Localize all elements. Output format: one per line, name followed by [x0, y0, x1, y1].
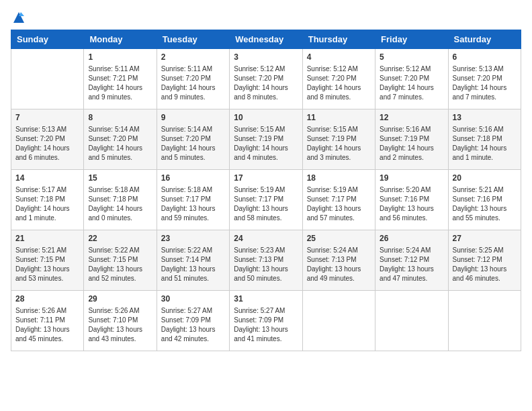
day-info: Sunrise: 5:25 AM Sunset: 7:12 PM Dayligh… — [453, 246, 517, 283]
day-info: Sunrise: 5:21 AM Sunset: 7:15 PM Dayligh… — [15, 246, 79, 283]
calendar-cell: 13Sunrise: 5:16 AM Sunset: 7:18 PM Dayli… — [448, 109, 521, 170]
day-number: 4 — [307, 52, 371, 63]
day-info: Sunrise: 5:18 AM Sunset: 7:17 PM Dayligh… — [161, 185, 225, 223]
calendar-cell: 25Sunrise: 5:24 AM Sunset: 7:13 PM Dayli… — [302, 230, 375, 291]
day-info: Sunrise: 5:12 AM Sunset: 7:20 PM Dayligh… — [307, 64, 371, 102]
calendar-cell: 12Sunrise: 5:16 AM Sunset: 7:19 PM Dayli… — [375, 109, 448, 170]
day-number: 14 — [15, 173, 79, 184]
calendar-cell: 8Sunrise: 5:14 AM Sunset: 7:20 PM Daylig… — [84, 109, 157, 170]
day-info: Sunrise: 5:24 AM Sunset: 7:12 PM Dayligh… — [380, 246, 443, 283]
day-info: Sunrise: 5:15 AM Sunset: 7:19 PM Dayligh… — [234, 125, 298, 163]
day-number: 6 — [453, 52, 517, 63]
day-number: 16 — [161, 173, 225, 184]
weekday-header-sunday: Sunday — [11, 30, 84, 49]
day-number: 15 — [88, 173, 152, 184]
day-number: 18 — [307, 173, 371, 184]
day-info: Sunrise: 5:21 AM Sunset: 7:16 PM Dayligh… — [453, 185, 517, 223]
calendar-cell: 30Sunrise: 5:27 AM Sunset: 7:09 PM Dayli… — [157, 291, 229, 351]
day-number: 10 — [234, 112, 298, 124]
calendar-cell: 9Sunrise: 5:14 AM Sunset: 7:20 PM Daylig… — [157, 109, 229, 170]
weekday-header-thursday: Thursday — [302, 30, 375, 49]
day-number: 12 — [380, 112, 443, 124]
day-info: Sunrise: 5:11 AM Sunset: 7:20 PM Dayligh… — [161, 64, 225, 102]
calendar-cell: 1Sunrise: 5:11 AM Sunset: 7:21 PM Daylig… — [84, 49, 157, 109]
calendar-cell: 18Sunrise: 5:19 AM Sunset: 7:17 PM Dayli… — [302, 170, 375, 230]
weekday-header-friday: Friday — [375, 30, 448, 49]
logo — [11, 11, 26, 24]
day-number: 8 — [88, 112, 152, 124]
day-info: Sunrise: 5:12 AM Sunset: 7:20 PM Dayligh… — [234, 64, 298, 102]
calendar-cell: 16Sunrise: 5:18 AM Sunset: 7:17 PM Dayli… — [157, 170, 229, 230]
calendar-cell: 27Sunrise: 5:25 AM Sunset: 7:12 PM Dayli… — [448, 230, 521, 291]
day-number: 27 — [453, 233, 517, 244]
calendar-cell: 26Sunrise: 5:24 AM Sunset: 7:12 PM Dayli… — [375, 230, 448, 291]
week-row-3: 14Sunrise: 5:17 AM Sunset: 7:18 PM Dayli… — [11, 170, 521, 230]
calendar-cell: 14Sunrise: 5:17 AM Sunset: 7:18 PM Dayli… — [11, 170, 84, 230]
day-info: Sunrise: 5:12 AM Sunset: 7:20 PM Dayligh… — [380, 64, 443, 102]
day-info: Sunrise: 5:23 AM Sunset: 7:13 PM Dayligh… — [234, 246, 298, 283]
day-number: 5 — [380, 52, 443, 63]
weekday-header-saturday: Saturday — [448, 30, 521, 49]
day-info: Sunrise: 5:27 AM Sunset: 7:09 PM Dayligh… — [161, 306, 225, 344]
day-number: 28 — [15, 293, 79, 305]
weekday-header-row: SundayMondayTuesdayWednesdayThursdayFrid… — [11, 30, 521, 49]
day-number: 22 — [88, 233, 152, 244]
calendar-cell: 22Sunrise: 5:22 AM Sunset: 7:15 PM Dayli… — [84, 230, 157, 291]
day-number: 2 — [161, 52, 225, 63]
day-info: Sunrise: 5:15 AM Sunset: 7:19 PM Dayligh… — [307, 125, 371, 163]
calendar-cell: 17Sunrise: 5:19 AM Sunset: 7:17 PM Dayli… — [230, 170, 302, 230]
day-number: 9 — [161, 112, 225, 124]
calendar-cell: 6Sunrise: 5:13 AM Sunset: 7:20 PM Daylig… — [448, 49, 521, 109]
day-number: 3 — [234, 52, 298, 63]
day-info: Sunrise: 5:22 AM Sunset: 7:14 PM Dayligh… — [161, 246, 225, 283]
week-row-2: 7Sunrise: 5:13 AM Sunset: 7:20 PM Daylig… — [11, 109, 521, 170]
calendar-cell: 20Sunrise: 5:21 AM Sunset: 7:16 PM Dayli… — [448, 170, 521, 230]
day-info: Sunrise: 5:14 AM Sunset: 7:20 PM Dayligh… — [88, 125, 152, 163]
weekday-header-monday: Monday — [84, 30, 157, 49]
day-info: Sunrise: 5:26 AM Sunset: 7:10 PM Dayligh… — [88, 306, 152, 344]
weekday-header-tuesday: Tuesday — [157, 30, 229, 49]
day-info: Sunrise: 5:17 AM Sunset: 7:18 PM Dayligh… — [15, 185, 79, 223]
calendar-cell — [375, 291, 448, 351]
calendar-cell: 31Sunrise: 5:27 AM Sunset: 7:09 PM Dayli… — [230, 291, 302, 351]
calendar-cell: 3Sunrise: 5:12 AM Sunset: 7:20 PM Daylig… — [230, 49, 302, 109]
calendar-cell: 23Sunrise: 5:22 AM Sunset: 7:14 PM Dayli… — [157, 230, 229, 291]
day-number: 25 — [307, 233, 371, 244]
day-info: Sunrise: 5:16 AM Sunset: 7:18 PM Dayligh… — [453, 125, 517, 163]
day-number: 24 — [234, 233, 298, 244]
week-row-4: 21Sunrise: 5:21 AM Sunset: 7:15 PM Dayli… — [11, 230, 521, 291]
calendar-cell: 29Sunrise: 5:26 AM Sunset: 7:10 PM Dayli… — [84, 291, 157, 351]
calendar-cell: 28Sunrise: 5:26 AM Sunset: 7:11 PM Dayli… — [11, 291, 84, 351]
day-info: Sunrise: 5:11 AM Sunset: 7:21 PM Dayligh… — [88, 64, 152, 102]
day-number: 1 — [88, 52, 152, 63]
day-number: 20 — [453, 173, 517, 184]
week-row-5: 28Sunrise: 5:26 AM Sunset: 7:11 PM Dayli… — [11, 291, 521, 351]
day-number: 29 — [88, 293, 152, 305]
calendar-cell: 21Sunrise: 5:21 AM Sunset: 7:15 PM Dayli… — [11, 230, 84, 291]
day-info: Sunrise: 5:19 AM Sunset: 7:17 PM Dayligh… — [234, 185, 298, 223]
day-number: 11 — [307, 112, 371, 124]
calendar-cell: 7Sunrise: 5:13 AM Sunset: 7:20 PM Daylig… — [11, 109, 84, 170]
day-info: Sunrise: 5:26 AM Sunset: 7:11 PM Dayligh… — [15, 306, 79, 344]
calendar-cell: 2Sunrise: 5:11 AM Sunset: 7:20 PM Daylig… — [157, 49, 229, 109]
week-row-1: 1Sunrise: 5:11 AM Sunset: 7:21 PM Daylig… — [11, 49, 521, 109]
day-info: Sunrise: 5:22 AM Sunset: 7:15 PM Dayligh… — [88, 246, 152, 283]
svg-marker-0 — [13, 12, 24, 23]
day-info: Sunrise: 5:14 AM Sunset: 7:20 PM Dayligh… — [161, 125, 225, 163]
header — [11, 11, 521, 24]
day-info: Sunrise: 5:18 AM Sunset: 7:18 PM Dayligh… — [88, 185, 152, 223]
calendar-cell: 5Sunrise: 5:12 AM Sunset: 7:20 PM Daylig… — [375, 49, 448, 109]
calendar-table: SundayMondayTuesdayWednesdayThursdayFrid… — [11, 30, 521, 351]
calendar-cell: 10Sunrise: 5:15 AM Sunset: 7:19 PM Dayli… — [230, 109, 302, 170]
calendar-cell — [11, 49, 84, 109]
day-info: Sunrise: 5:20 AM Sunset: 7:16 PM Dayligh… — [380, 185, 443, 223]
day-info: Sunrise: 5:13 AM Sunset: 7:20 PM Dayligh… — [15, 125, 79, 163]
calendar-cell: 4Sunrise: 5:12 AM Sunset: 7:20 PM Daylig… — [302, 49, 375, 109]
calendar-cell — [302, 291, 375, 351]
day-number: 26 — [380, 233, 443, 244]
day-number: 7 — [15, 112, 79, 124]
calendar-cell: 19Sunrise: 5:20 AM Sunset: 7:16 PM Dayli… — [375, 170, 448, 230]
day-number: 19 — [380, 173, 443, 184]
day-info: Sunrise: 5:24 AM Sunset: 7:13 PM Dayligh… — [307, 246, 371, 283]
day-info: Sunrise: 5:27 AM Sunset: 7:09 PM Dayligh… — [234, 306, 298, 344]
